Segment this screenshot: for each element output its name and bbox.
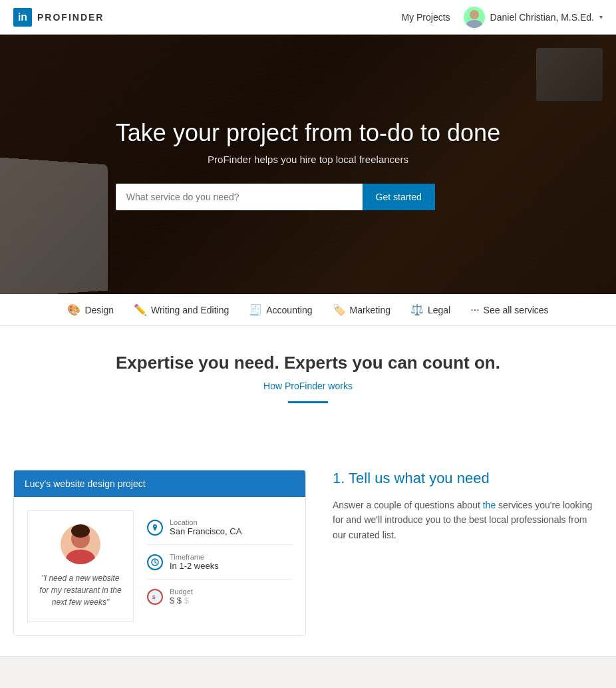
detail-location: Location San Francisco, CA (147, 510, 292, 545)
location-icon (147, 520, 163, 536)
service-all-label: See all services (484, 305, 549, 315)
step2-section: 2. Get free proposals You'll receive up … (0, 657, 616, 688)
header: in PROFINDER My Projects Daniel Christia… (0, 0, 616, 35)
blue-divider (288, 401, 328, 403)
logo[interactable]: in PROFINDER (13, 8, 104, 27)
design-icon: 🎨 (67, 303, 80, 316)
service-design[interactable]: 🎨 Design (67, 303, 114, 316)
header-right: My Projects Daniel Christian, M.S.Ed. ▾ (401, 7, 603, 28)
details-section: Location San Francisco, CA Timeframe (147, 510, 292, 622)
service-accounting-label: Accounting (266, 305, 312, 315)
writing-icon: ✏️ (134, 303, 147, 316)
service-writing[interactable]: ✏️ Writing and Editing (134, 303, 229, 316)
timeframe-detail: Timeframe In 1-2 weeks (170, 553, 219, 571)
hero-laptop-decoration (0, 157, 108, 294)
app-name: PROFINDER (37, 12, 104, 23)
service-accounting[interactable]: 🧾 Accounting (249, 303, 312, 316)
svg-point-3 (66, 550, 95, 564)
service-marketing[interactable]: 🏷️ Marketing (333, 303, 390, 316)
project-card-header: Lucy's website design project (14, 470, 305, 497)
expertise-title: Expertise you need. Experts you can coun… (0, 353, 616, 373)
services-bar: 🎨 Design ✏️ Writing and Editing 🧾 Accoun… (0, 294, 616, 326)
svg-point-0 (470, 10, 479, 19)
detail-budget: $ Budget $ $ $ (147, 580, 292, 613)
accounting-icon: 🧾 (249, 303, 262, 316)
step1-section: Lucy's website design project "I need a … (0, 436, 616, 656)
legal-icon: ⚖️ (410, 303, 424, 316)
step1-description: 1. Tell us what you need Answer a couple… (333, 470, 603, 542)
project-card: Lucy's website design project "I need a … (13, 470, 306, 636)
more-icon: ··· (470, 304, 479, 316)
profile-section: "I need a new website for my restaurant … (27, 510, 134, 622)
hero-subtitle: ProFinder helps you hire top local freel… (116, 154, 500, 165)
expertise-section: Expertise you need. Experts you can coun… (0, 326, 616, 436)
hero-camera-decoration (536, 48, 603, 101)
service-writing-label: Writing and Editing (151, 305, 229, 315)
budget-detail: Budget $ $ $ (170, 588, 193, 605)
user-menu[interactable]: Daniel Christian, M.S.Ed. ▾ (464, 7, 603, 28)
search-input[interactable] (116, 184, 363, 210)
project-card-body: "I need a new website for my restaurant … (14, 497, 305, 635)
svg-text:$: $ (152, 594, 156, 600)
how-it-works-link[interactable]: How ProFinder works (263, 381, 353, 391)
detail-timeframe: Timeframe In 1-2 weeks (147, 545, 292, 580)
step1-number: 1. (333, 470, 345, 486)
service-design-label: Design (84, 305, 114, 315)
linkedin-icon: in (13, 8, 32, 27)
location-detail: Location San Francisco, CA (170, 518, 241, 536)
svg-point-1 (466, 20, 482, 28)
step1-heading: Tell us what you need (349, 470, 490, 486)
profile-quote: "I need a new website for my restaurant … (39, 572, 122, 608)
chevron-down-icon: ▾ (599, 13, 603, 21)
marketing-icon: 🏷️ (333, 303, 346, 316)
my-projects-link[interactable]: My Projects (401, 12, 450, 23)
avatar (464, 7, 485, 28)
service-all[interactable]: ··· See all services (470, 304, 548, 316)
search-bar: Get started (116, 184, 435, 210)
user-name: Daniel Christian, M.S.Ed. (490, 12, 594, 23)
step1-text: Answer a couple of questions about the s… (333, 498, 603, 542)
step1-title: 1. Tell us what you need (333, 470, 603, 487)
get-started-button[interactable]: Get started (363, 184, 435, 210)
hero-title: Take your project from to-do to done (116, 119, 500, 147)
profile-avatar (61, 524, 100, 564)
service-legal[interactable]: ⚖️ Legal (410, 303, 450, 316)
clock-icon (147, 554, 163, 570)
service-marketing-label: Marketing (350, 305, 390, 315)
svg-point-4 (71, 524, 90, 538)
service-legal-label: Legal (428, 305, 450, 315)
services-link[interactable]: the (483, 500, 496, 510)
budget-icon: $ (147, 589, 163, 605)
hero-content: Take your project from to-do to done Pro… (116, 119, 500, 210)
hero-section: Take your project from to-do to done Pro… (0, 35, 616, 294)
